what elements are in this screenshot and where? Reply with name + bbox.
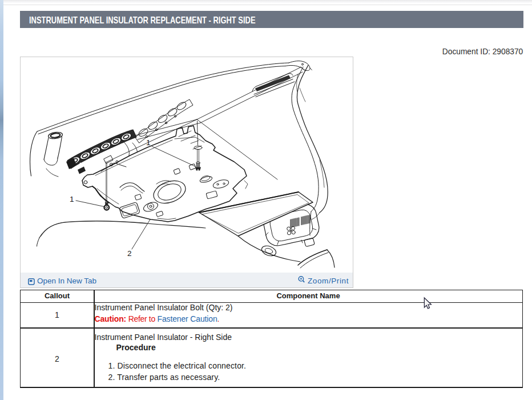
svg-text:1: 1	[146, 138, 151, 147]
svg-text:1: 1	[70, 195, 74, 203]
svg-text:2: 2	[127, 249, 132, 258]
